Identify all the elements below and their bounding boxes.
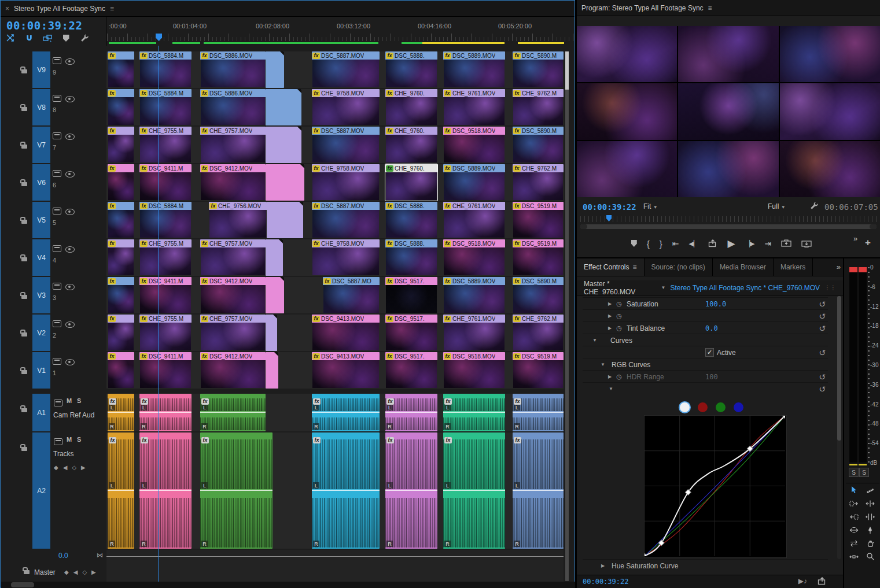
audio-clip[interactable]: LRfx [312,394,380,431]
timeline-clip[interactable]: fxDSC_9411.M [139,164,192,201]
audio-clip[interactable]: LRfx [443,432,505,549]
track-target-V3[interactable]: V3 [32,277,50,313]
timeline-clip[interactable]: fxDSC_9518.MOV [443,352,505,389]
timeline-clip[interactable]: fxDSC_5887.MOV [312,202,380,238]
audio-clip[interactable]: LRfx [108,394,134,431]
program-grid-cell[interactable] [780,83,880,139]
timeline-clip[interactable]: fxDSC_9519.M [513,239,564,276]
twirl-icon[interactable]: ▶ [606,313,614,319]
clip-indicator[interactable] [849,267,857,272]
track-select-forward-tool[interactable] [846,497,862,510]
rolling-edit-tool[interactable] [862,510,878,523]
source-track-icon[interactable] [54,437,62,448]
audio-clip[interactable]: LRfx [312,432,380,549]
program-grid-cell[interactable] [577,83,677,139]
vscroll-thumb[interactable] [565,51,569,90]
source-track-icon[interactable] [53,319,61,330]
track-select-backward-tool[interactable] [846,510,862,523]
twirl-icon[interactable]: ▶ [599,563,607,568]
timeline-clip[interactable]: fxDSC_5884.M [139,202,192,238]
reset-icon[interactable]: ↺ [819,324,826,333]
track-lock-icon[interactable] [21,443,27,453]
audio-clip[interactable]: LRfx [139,394,192,431]
toggle-track-output-icon[interactable] [65,169,75,180]
timeline-clip[interactable]: fxDSC_5890.M [513,127,564,163]
timeline-clip[interactable]: fxCHE_9761.MOV [443,89,505,125]
slide-tool[interactable] [846,550,862,563]
timeline-clip[interactable]: fxDSC_9519.M [513,202,564,238]
timeline-clip[interactable]: fxCHE_9757.MOV [200,315,266,351]
reset-icon[interactable]: ↺ [819,299,826,309]
timeline-clip[interactable]: fx [108,51,134,88]
program-settings-icon[interactable] [809,201,819,213]
source-track-icon[interactable] [53,131,61,142]
timeline-clip[interactable]: fxDSC_5884.M [139,89,192,125]
twirl-icon[interactable]: ▶ [606,326,614,331]
timeline-clip[interactable]: fx [108,277,134,313]
timeline-clip[interactable]: fxDSC_9413.MOV [312,352,380,389]
razor-tool[interactable] [862,483,878,497]
timeline-clip[interactable]: fxDSC_5886.MOV [200,89,266,125]
mark-in-button[interactable]: { [647,239,650,249]
sequence-clip-label[interactable]: Stereo Type All Footage Sync * CHE_9760.… [670,284,820,292]
param-value[interactable]: 0.0 [705,324,718,332]
track-target-V8[interactable]: V8 [32,89,50,125]
solo-button[interactable]: S [849,468,859,477]
toggle-track-output-icon[interactable] [65,207,75,217]
add-marker-button[interactable] [61,33,71,43]
hscroll-thumb[interactable] [11,582,34,587]
timeline-clip[interactable]: fxCHE_9761.MOV [443,202,505,238]
rate-stretch-tool[interactable] [846,523,862,537]
solo-button[interactable]: S [77,436,81,443]
timeline-clip[interactable]: fxCHE_9760. [385,127,437,163]
timeline-clip[interactable] [266,315,277,351]
chevron-down-icon[interactable]: ▼ [661,285,665,290]
pen-tool[interactable] [862,523,878,537]
timeline-clip[interactable]: fxDSC_9517. [385,352,437,389]
add-button-icon[interactable]: + [865,237,871,249]
timeline-clip[interactable]: fx [108,239,134,276]
tab-effect-controls[interactable]: Effect Controls≡ [577,258,645,276]
toggle-track-output-icon[interactable] [65,57,75,67]
timeline-clip[interactable]: fxCHE_9755.M [139,127,192,163]
track-lock-icon[interactable] [21,366,27,376]
timeline-clip[interactable]: fxCHE_9762.M [513,164,564,201]
timeline-clip[interactable]: fxCHE_9762.M [513,89,564,125]
timeline-clip[interactable]: fxDSC_5888. [385,51,437,88]
zoom-level-dropdown[interactable]: Full ▼ [768,202,786,210]
timeline-clip[interactable]: fxDSC_5884.M [139,51,192,88]
selection-tool[interactable] [846,483,862,497]
track-target-V4[interactable]: V4 [32,239,50,276]
timeline-clip[interactable]: fxCHE_9760. [385,89,437,125]
timeline-tab-title[interactable]: Stereo Type All Footage Sync [14,5,105,13]
timeline-clip[interactable]: fxDSC_5888. [385,239,437,276]
stopwatch-icon[interactable]: ◷ [614,373,624,380]
timeline-clip[interactable]: fx [108,352,134,389]
master-volume-line[interactable] [106,556,564,557]
step-forward-button[interactable]: ▕▶ [745,240,755,247]
timeline-clip[interactable]: fxCHE_9758.MOV [312,164,380,201]
reset-icon[interactable]: ↺ [819,372,826,382]
solo-button[interactable]: S [77,397,81,404]
source-track-icon[interactable] [53,56,61,66]
close-icon[interactable]: × [5,5,9,13]
timeline-clip[interactable] [266,352,278,389]
timeline-clip[interactable] [266,127,301,163]
timeline-clip[interactable]: fxCHE_9755.M [139,239,192,276]
timeline-ruler[interactable]: :00:0000:01:04:0000:02:08:0000:03:12:000… [106,17,576,46]
source-track-icon[interactable] [53,282,61,292]
audio-clip[interactable]: LRfx [513,394,564,431]
track-lock-icon[interactable] [21,103,27,113]
timeline-clip[interactable]: fxDSC_5889.MOV [443,51,505,88]
tab-overflow-icon[interactable]: » [837,262,841,271]
tab-media-browser[interactable]: Media Browser [713,258,774,276]
timeline-clip[interactable]: fx [108,89,134,125]
timeline-clip[interactable]: fxDSC_9411.M [139,352,192,389]
rgb-curves-graph[interactable] [644,415,787,558]
track-target-V1[interactable]: V1 [32,352,50,389]
curve-channel-master[interactable] [680,402,690,412]
source-track-icon[interactable] [53,357,61,367]
timeline-clip[interactable] [267,202,303,238]
timeline-clip[interactable]: fxDSC_9517. [385,277,437,313]
fit-dropdown[interactable]: Fit ▼ [643,202,658,210]
